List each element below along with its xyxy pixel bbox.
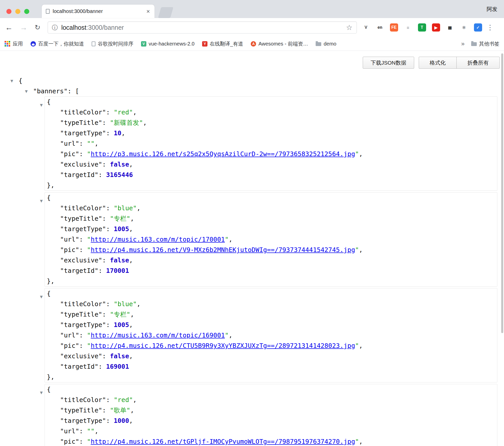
json-line: "targetId": 169001 [45,361,497,372]
json-token: : [102,407,110,414]
json-token: , [130,215,134,222]
json-token: : [79,332,87,339]
json-link[interactable]: http://p4.music.126.net/CTU5B9R9y3XyYBZX… [91,342,355,349]
json-line: "exclusive": false, [45,351,497,361]
json-token: , [143,119,147,126]
json-quote: " [87,236,91,243]
json-line: "targetType": 10, [45,128,497,138]
json-line: "url": "http://music.163.com/m/topic/169… [45,330,497,340]
json-object-block: ▼{"titleColor": "blue","typeTitle": "专栏"… [45,288,497,382]
bookmark-label: 在线翻译_有道 [210,40,243,47]
scrollbar[interactable] [501,53,503,333]
profile-name[interactable]: 阿发 [487,6,497,13]
collapse-toggle-icon[interactable]: ▼ [40,292,43,302]
json-token: : [102,352,110,360]
window-zoom-button[interactable] [24,9,29,14]
json-key: "pic" [60,150,79,158]
v-extension-icon[interactable]: V [362,23,370,32]
collapse-toggle-icon[interactable]: ▼ [40,100,43,110]
json-link[interactable]: http://music.163.com/m/topic/170001 [91,236,225,243]
apps-shortcut[interactable]: 应用 [5,40,23,47]
json-line: "typeTitle": "专栏", [45,309,497,320]
tab-close-icon[interactable]: × [146,8,150,14]
youtube-extension-icon[interactable]: ▶ [432,23,440,32]
back-button[interactable]: ← [5,24,13,31]
org-extension-icon[interactable]: ⠶ [404,23,412,32]
json-token: : [106,129,114,137]
bookmark-star-icon[interactable]: ☆ [346,23,353,32]
json-link[interactable]: http://p4.music.126.net/tGPljf-IMOCyPvum… [91,438,355,445]
collapse-toggle-icon[interactable]: ▼ [10,76,13,86]
page-favicon-icon [46,9,50,14]
url-path: :3000/banner [86,24,124,31]
folder-icon [471,41,477,46]
new-tab-button[interactable] [158,7,173,18]
json-number: 170001 [106,267,129,274]
json-token: : [102,161,110,168]
bookmarks-overflow-button[interactable]: » [461,40,465,47]
json-quote: " [87,332,91,339]
json-quote: " [87,246,91,254]
youdao-icon: Y [202,41,207,47]
json-token: : [102,215,110,222]
json-key: "url" [60,332,79,339]
other-bookmarks-button[interactable]: 其他书签 [471,40,499,47]
bookmark-item[interactable]: Vvue-hackernews-2.0 [141,41,194,47]
json-link[interactable]: http://music.163.com/m/topic/169001 [91,332,225,339]
json-token: : [106,204,114,212]
json-key: "typeTitle" [60,215,102,222]
json-token: , [137,300,141,308]
window-close-button[interactable] [6,9,11,14]
json-token: , [129,417,133,424]
shield-check-extension-icon[interactable]: ✓ [474,23,482,32]
json-link[interactable]: http://p4.music.126.net/V9-MXz6b2MNhEKju… [91,246,355,254]
format-button[interactable]: 格式化 [419,57,457,69]
json-key: "targetId" [60,363,99,370]
bookmark-label: demo [324,41,336,47]
json-token: : [106,300,114,308]
browser-menu-icon[interactable]: ⋮ [487,23,494,32]
collapse-toggle-icon[interactable]: ▼ [25,86,28,97]
window-minimize-button[interactable] [15,9,20,14]
bookmark-item[interactable]: AAwesomes - 前端资… [251,40,308,47]
window-controls [6,9,29,14]
json-token: , [229,332,232,339]
collapse-all-button[interactable]: 折叠所有 [456,57,500,69]
reload-button[interactable]: ↻ [35,24,40,31]
json-line: "typeTitle": "歌单", [45,405,497,415]
json-token: , [133,396,137,404]
qrcode-extension-icon[interactable]: ▦ [446,23,454,32]
bookmark-label: 谷歌按时间排序 [98,40,133,47]
bookmark-item[interactable]: 百度一下，你就知道 [31,40,84,47]
address-bar[interactable]: ⓘ localhost:3000/banner ☆ [48,21,357,34]
paw-extension-icon[interactable]: ✻ [460,23,468,32]
bookmark-item[interactable]: 谷歌按时间排序 [92,40,133,47]
json-key: "typeTitle" [60,407,102,414]
json-token: , [137,204,141,212]
json-key: "targetId" [60,267,99,274]
bookmark-label: vue-hackernews-2.0 [149,41,194,47]
json-token: { [19,77,22,84]
site-info-icon[interactable]: ⓘ [52,24,58,32]
json-link[interactable]: http://p3.music.126.net/s25q2x5QyqsAzilC… [91,150,355,158]
json-token: : [106,321,114,329]
json-key: "targetType" [60,417,106,424]
json-boolean: false [110,257,129,264]
bookmark-item[interactable]: Y在线翻译_有道 [202,40,243,47]
json-key: "url" [60,236,79,243]
translate-extension-icon[interactable]: en [376,23,384,32]
forward-button[interactable]: → [20,24,27,31]
json-token: : [79,246,87,254]
fe-extension-icon[interactable]: FE [390,23,398,32]
bookmark-item[interactable]: demo [316,41,336,47]
collapse-toggle-icon[interactable]: ▼ [40,388,43,398]
json-token: , [94,140,98,147]
json-line: "targetType": 1005, [45,224,497,234]
shield-t-extension-icon[interactable]: T [418,23,426,32]
browser-tab[interactable]: localhost:3000/banner × [42,5,155,18]
json-quote: " [225,236,229,243]
awesomes-icon: A [251,41,256,47]
json-line: { [45,192,497,203]
collapse-toggle-icon[interactable]: ▼ [40,196,43,206]
download-json-button[interactable]: 下载JSON数据 [363,57,414,69]
